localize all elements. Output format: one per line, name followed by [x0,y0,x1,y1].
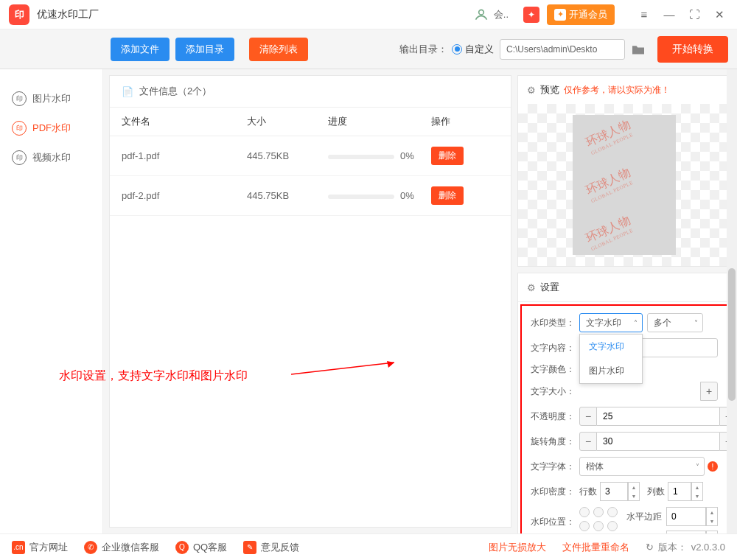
position-dot[interactable] [607,507,618,517]
dropdown-option-text[interactable]: 文字水印 [580,335,642,359]
gear-icon: ⚙ [527,282,536,293]
chevron-down-icon: ▼ [629,491,639,500]
table-row: pdf-2.pdf 445.75KB 0% 删除 [110,176,511,216]
chevron-down-icon: ▼ [692,491,702,500]
dropdown-option-image[interactable]: 图片水印 [580,359,642,383]
color-label: 文字颜色： [531,363,579,376]
position-dot[interactable] [579,521,590,531]
add-file-button[interactable]: 添加文件 [111,38,170,61]
vip-label: 开通会员 [569,8,607,21]
rows-input[interactable] [600,482,628,501]
user-name: 会.. [494,8,509,21]
annotation-arrow [291,361,405,388]
maximize-icon[interactable]: ⛶ [685,6,703,24]
col-progress: 进度 [328,115,431,128]
lossless-upscale-link[interactable]: 图片无损放大 [489,541,546,554]
qq-support-link[interactable]: QQQ客服 [175,541,227,554]
position-grid [579,507,619,533]
position-dot[interactable] [607,521,618,531]
sidebar-item-pdf-watermark[interactable]: 印 PDF水印 [0,113,102,143]
table-row: pdf-1.pdf 445.75KB 0% 删除 [110,136,511,176]
sidebar-item-label: 视频水印 [32,151,71,164]
settings-panel: ⚙ 设置 水印类型： 文字水印˄ 文字水印 图片水印 [517,273,731,533]
delete-button[interactable]: 删除 [431,147,464,165]
size-plus-button[interactable]: + [700,382,718,401]
feedback-icon: ✎ [243,541,256,554]
open-vip-button[interactable]: ✦ 开通会员 [547,4,615,25]
rotate-minus-button[interactable]: − [579,432,597,451]
chevron-up-icon: ▲ [692,483,702,491]
position-dot[interactable] [579,507,590,517]
file-list-panel: 📄 文件信息（2个） 文件名 大小 进度 操作 pdf-1.pdf 445.75… [109,75,511,528]
watermark-count-select[interactable]: 多个˅ [647,313,703,332]
opacity-input[interactable] [597,407,719,426]
minimize-icon[interactable]: — [660,6,678,24]
content-label: 文字内容： [531,342,579,354]
sidebar: 印 图片水印 印 PDF水印 印 视频水印 [0,69,103,533]
hmargin-spinner[interactable]: ▲▼ [706,507,718,526]
opacity-minus-button[interactable]: − [579,407,597,426]
app-title: 优速水印工厂 [37,8,99,21]
delete-button[interactable]: 删除 [431,186,464,205]
sidebar-item-image-watermark[interactable]: 印 图片水印 [0,84,102,113]
sidebar-item-video-watermark[interactable]: 印 视频水印 [0,143,102,172]
output-path-input[interactable] [500,39,625,60]
wechat-support-link[interactable]: ✆企业微信客服 [84,541,159,554]
qq-icon: Q [175,541,189,554]
output-radio-custom[interactable]: 自定义 [452,43,494,56]
cell-size: 445.75KB [247,150,328,161]
density-label: 水印密度： [531,486,579,498]
font-select[interactable]: 楷体˅ [579,457,705,476]
app-badge-icon[interactable]: ✦ [523,7,539,23]
type-dropdown: 文字水印 图片水印 [579,334,643,384]
cols-input[interactable] [668,482,691,501]
output-dir-label: 输出目录： [399,43,447,56]
scrollbar-thumb[interactable] [728,268,736,401]
hmargin-input[interactable] [666,507,706,526]
file-panel-title: 文件信息（2个） [139,85,212,98]
user-segment[interactable]: 会.. [473,7,509,23]
position-label: 水印位置： [531,507,579,528]
add-dir-button[interactable]: 添加目录 [175,38,234,61]
svg-marker-1 [387,361,394,368]
col-name: 文件名 [122,115,247,128]
rows-spinner[interactable]: ▲▼ [628,482,640,501]
chevron-down-icon: ▼ [707,517,717,525]
sidebar-item-label: PDF水印 [32,122,71,135]
svg-line-0 [291,363,394,374]
preview-title: 预览 [540,83,559,97]
settings-title: 设置 [540,281,559,294]
size-label: 文字大小： [531,385,579,398]
cell-name: pdf-2.pdf [122,190,247,201]
rotate-label: 旋转角度： [531,435,579,448]
feedback-link[interactable]: ✎意见反馈 [243,541,299,554]
cell-progress: 0% [328,150,431,161]
vip-icon: ✦ [554,9,566,21]
close-icon[interactable]: ✕ [710,6,728,24]
preview-panel: ⚙ 预览 仅作参考，请以实际为准！ 环球人物GLOBAL PEOPLE 环球人物… [517,75,731,267]
cols-spinner[interactable]: ▲▼ [691,482,703,501]
cols-label: 列数 [647,486,665,498]
position-dot[interactable] [593,507,604,517]
scrollbar-track[interactable] [727,69,737,533]
vmargin-spinner[interactable]: ▲▼ [706,531,718,533]
wechat-icon: ✆ [84,541,97,554]
vmargin-input[interactable] [666,531,706,533]
font-label: 文字字体： [531,461,579,473]
titlebar: 印 优速水印工厂 会.. ✦ ✦ 开通会员 ≡ — ⛶ ✕ [0,0,737,29]
start-convert-button[interactable]: 开始转换 [657,36,728,63]
rotate-input[interactable] [597,432,719,451]
browse-folder-icon[interactable] [628,39,649,60]
refresh-icon[interactable]: ↻ [646,542,654,553]
toolbar: 添加文件 添加目录 清除列表 输出目录： 自定义 开始转换 [0,29,737,69]
chevron-up-icon: ▲ [629,483,639,491]
position-dot[interactable] [593,521,604,531]
watermark-type-select[interactable]: 文字水印˄ 文字水印 图片水印 [579,313,643,332]
menu-icon[interactable]: ≡ [635,6,653,24]
clear-list-button[interactable]: 清除列表 [249,38,308,61]
warning-icon: ! [708,461,718,472]
version-info: ↻ 版本：v2.0.3.0 [646,541,725,554]
batch-rename-link[interactable]: 文件批量重命名 [562,541,629,554]
pdf-watermark-icon: 印 [12,121,27,136]
official-site-link[interactable]: .cn官方网址 [12,541,68,554]
